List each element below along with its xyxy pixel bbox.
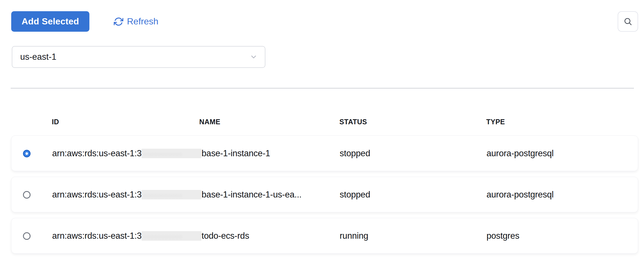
refresh-button[interactable]: Refresh xyxy=(114,11,158,32)
region-select[interactable]: us-east-1 xyxy=(12,46,265,68)
table-row[interactable]: arn:aws:rds:us-east-1:3···········todo-e… xyxy=(11,218,638,254)
redacted-account-id: ··········· xyxy=(142,190,201,199)
instance-id: arn:aws:rds:us-east-1:3···········todo-e… xyxy=(52,218,340,253)
add-selected-button[interactable]: Add Selected xyxy=(11,11,89,32)
instance-id: arn:aws:rds:us-east-1:3···········base-1… xyxy=(52,136,340,171)
refresh-icon xyxy=(114,17,123,26)
column-header-id: ID xyxy=(52,118,59,126)
instance-id: arn:aws:rds:us-east-1:3···········base-1… xyxy=(52,177,340,212)
search-button[interactable] xyxy=(618,11,638,32)
refresh-label: Refresh xyxy=(127,16,158,27)
column-header-status: STATUS xyxy=(339,118,367,126)
column-header-type: TYPE xyxy=(486,118,505,126)
arn-suffix: base-1-instance-1 xyxy=(201,148,270,158)
arn-prefix: arn:aws:rds:us-east-1:3 xyxy=(52,148,142,158)
redacted-account-id: ··········· xyxy=(142,231,201,241)
search-icon xyxy=(623,17,633,26)
instance-type: aurora-postgresql xyxy=(487,136,635,171)
instance-status: stopped xyxy=(340,136,485,171)
arn-suffix: todo-ecs-rds xyxy=(201,231,249,241)
column-header-name: NAME xyxy=(199,118,220,126)
table-row[interactable]: arn:aws:rds:us-east-1:3···········base-1… xyxy=(11,177,638,212)
radio-button[interactable] xyxy=(23,150,31,157)
table-row[interactable]: arn:aws:rds:us-east-1:3···········base-1… xyxy=(11,135,638,171)
arn-suffix: base-1-instance-1-us-ea... xyxy=(201,190,302,200)
radio-button[interactable] xyxy=(23,232,31,240)
divider xyxy=(11,88,634,89)
redacted-account-id: ··········· xyxy=(142,149,201,158)
arn-prefix: arn:aws:rds:us-east-1:3 xyxy=(52,231,142,241)
radio-button[interactable] xyxy=(23,191,31,199)
instance-status: running xyxy=(340,218,485,253)
instance-picker-panel: Add Selected Refresh us-east-1 xyxy=(0,0,644,262)
instance-type: aurora-postgresql xyxy=(487,177,635,212)
region-select-value: us-east-1 xyxy=(20,52,56,62)
instance-status: stopped xyxy=(340,177,485,212)
instance-type: postgres xyxy=(487,218,635,253)
chevron-down-icon xyxy=(250,53,258,61)
table-header: ID NAME STATUS TYPE xyxy=(11,118,638,126)
arn-prefix: arn:aws:rds:us-east-1:3 xyxy=(52,190,142,200)
